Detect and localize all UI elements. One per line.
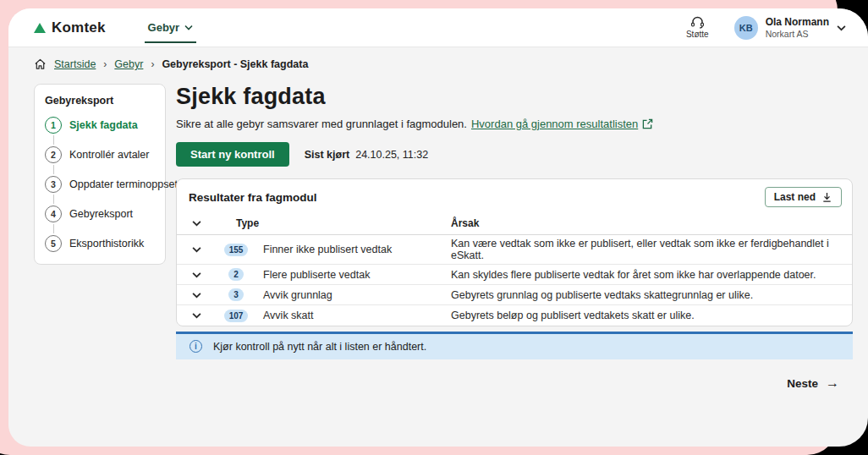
komtek-triangle-icon xyxy=(34,23,46,33)
breadcrumb-link-gebyr[interactable]: Gebyr xyxy=(114,58,143,70)
table-header-row: Type Årsak xyxy=(177,213,852,235)
count-badge: 3 xyxy=(228,288,244,301)
support-label: Støtte xyxy=(686,30,709,39)
page-title: Sjekk fagdata xyxy=(176,84,853,110)
row-expand-toggle[interactable] xyxy=(177,312,216,319)
step-eksporthistorikk[interactable]: 5 Eksporthistorikk xyxy=(45,235,155,252)
step-number: 3 xyxy=(45,176,62,193)
breadcrumb-link-startside[interactable]: Startside xyxy=(54,58,96,70)
row-expand-toggle[interactable] xyxy=(177,292,216,299)
step-number: 2 xyxy=(45,146,62,163)
count-badge: 2 xyxy=(228,268,244,281)
chevron-down-icon xyxy=(192,312,201,319)
step-number: 1 xyxy=(45,117,62,134)
content-area: Gebyreksport 1 Sjekk fagdata 2 Kontrollé… xyxy=(8,79,868,390)
info-banner-text: Kjør kontroll på nytt når alt i listen e… xyxy=(213,341,426,353)
komtek-logo[interactable]: Komtek xyxy=(34,19,106,36)
table-row: 155 Finner ikke publisert vedtak Kan vær… xyxy=(177,235,852,265)
info-icon: i xyxy=(190,340,202,353)
table-row: 107 Avvik skatt Gebyrets beløp og publis… xyxy=(177,305,852,326)
step-label: Eksporthistorikk xyxy=(69,238,144,249)
step-connector xyxy=(53,165,55,174)
breadcrumb-separator: › xyxy=(103,58,107,70)
nav-tab-gebyr[interactable]: Gebyr xyxy=(146,8,195,47)
headset-icon xyxy=(690,16,705,29)
last-run-label: Sist kjørt xyxy=(305,149,350,161)
row-expand-toggle[interactable] xyxy=(177,271,216,278)
last-run-value: 24.10.25, 11:32 xyxy=(355,149,428,161)
app-window: Komtek Gebyr Støtte KB Ola Norman xyxy=(8,8,868,447)
next-button[interactable]: Neste → xyxy=(787,376,839,390)
chevron-down-icon xyxy=(192,292,201,299)
row-type: Finner ikke publisert vedtak xyxy=(256,244,451,255)
description-text: Sikre at alle gebyr samsvarer med grunnl… xyxy=(176,118,467,130)
row-type: Avvik skatt xyxy=(256,310,451,321)
count-badge: 155 xyxy=(224,244,249,256)
action-row: Start ny kontroll Sist kjørt 24.10.25, 1… xyxy=(176,142,853,167)
start-control-button[interactable]: Start ny kontroll xyxy=(176,142,289,167)
step-connector xyxy=(53,135,55,145)
row-reason: Gebyrets beløp og publisert vedtakets sk… xyxy=(451,310,852,321)
arrow-right-icon: → xyxy=(826,376,839,390)
info-banner: i Kjør kontroll på nytt når alt i listen… xyxy=(176,332,853,359)
chevron-down-icon xyxy=(837,25,846,31)
step-sjekk-fagdata[interactable]: 1 Sjekk fagdata xyxy=(45,117,155,134)
step-connector xyxy=(53,224,55,233)
user-menu[interactable]: KB Ola Normann Norkart AS xyxy=(734,16,846,40)
last-run: Sist kjørt 24.10.25, 11:32 xyxy=(305,149,428,161)
chevron-down-icon xyxy=(192,220,201,227)
table-row: 3 Avvik grunnlag Gebyrets grunnlag og pu… xyxy=(177,285,852,305)
step-label: Sjekk fagdata xyxy=(69,119,138,131)
column-header-type: Type xyxy=(216,217,451,229)
row-type: Flere publiserte vedtak xyxy=(256,269,451,281)
support-button[interactable]: Støtte xyxy=(686,16,709,39)
user-name: Ola Normann xyxy=(766,16,829,29)
external-link-icon xyxy=(642,118,653,129)
table-row: 2 Flere publiserte vedtak Kan skyldes fl… xyxy=(177,265,852,285)
row-reason: Kan skyldes flere publiserte vedtak for … xyxy=(451,269,852,281)
help-link[interactable]: Hvordan gå gjennom resultatlisten xyxy=(471,118,638,130)
top-header: Komtek Gebyr Støtte KB Ola Norman xyxy=(8,8,868,47)
step-oppdater-terminoppsett[interactable]: 3 Oppdater terminoppsett xyxy=(45,176,155,193)
results-card-header: Resultater fra fagmodul Last ned xyxy=(177,179,852,213)
nav-tab-label: Gebyr xyxy=(148,21,180,34)
step-label: Oppdater terminoppsett xyxy=(69,178,180,190)
wizard-title: Gebyreksport xyxy=(45,95,155,107)
results-card: Resultater fra fagmodul Last ned xyxy=(176,178,853,326)
breadcrumb: Startside › Gebyr › Gebyreksport - Sjekk… xyxy=(8,47,868,79)
download-button[interactable]: Last ned xyxy=(765,187,842,207)
step-label: Kontrollér avtaler xyxy=(69,149,150,161)
download-icon xyxy=(821,192,832,203)
chevron-down-icon xyxy=(184,25,193,30)
chevron-down-icon xyxy=(192,246,201,253)
column-header-reason: Årsak xyxy=(451,217,852,229)
step-number: 4 xyxy=(45,206,62,222)
step-label: Gebyreksport xyxy=(69,208,133,220)
step-connector xyxy=(53,195,55,204)
row-reason: Gebyrets grunnlag og publiserte vedtaks … xyxy=(451,289,852,301)
next-row: Neste → xyxy=(176,359,853,390)
step-number: 5 xyxy=(45,235,62,252)
wizard-sidebar: Gebyreksport 1 Sjekk fagdata 2 Kontrollé… xyxy=(34,84,166,265)
avatar: KB xyxy=(734,16,758,40)
step-kontroller-avtaler[interactable]: 2 Kontrollér avtaler xyxy=(45,146,155,163)
count-badge: 107 xyxy=(224,310,249,322)
next-button-label: Neste xyxy=(787,377,818,390)
logo-text: Komtek xyxy=(52,19,106,36)
breadcrumb-current: Gebyreksport - Sjekk fagdata xyxy=(162,58,308,70)
expand-all-toggle[interactable] xyxy=(177,220,216,227)
step-gebyreksport[interactable]: 4 Gebyreksport xyxy=(45,206,155,222)
download-label: Last ned xyxy=(774,191,816,203)
home-icon xyxy=(34,58,47,70)
chevron-down-icon xyxy=(192,271,201,278)
row-expand-toggle[interactable] xyxy=(177,246,216,253)
results-title: Resultater fra fagmodul xyxy=(189,191,317,204)
main-panel: Sjekk fagdata Sikre at alle gebyr samsva… xyxy=(166,84,853,390)
page-description: Sikre at alle gebyr samsvarer med grunnl… xyxy=(176,118,853,130)
row-reason: Kan være vedtak som ikke er publisert, e… xyxy=(451,238,852,261)
topbar-right: Støtte KB Ola Normann Norkart AS xyxy=(686,16,846,40)
breadcrumb-separator: › xyxy=(151,58,154,70)
user-org: Norkart AS xyxy=(766,29,829,40)
row-type: Avvik grunnlag xyxy=(256,289,451,301)
